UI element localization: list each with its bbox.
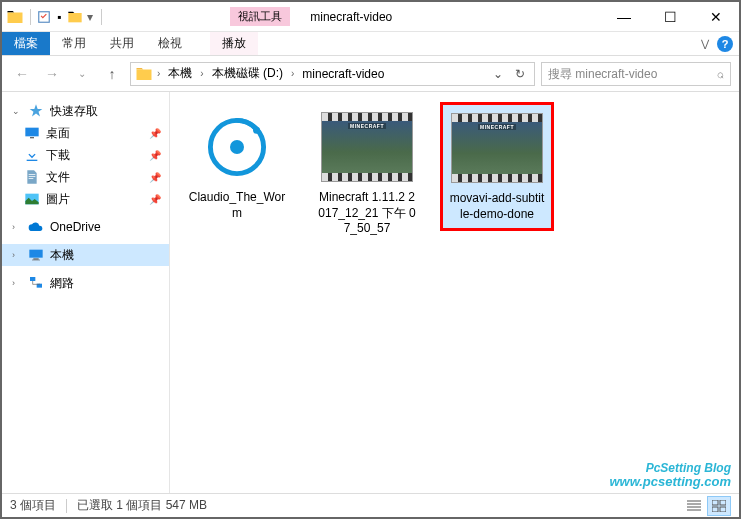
tab-share[interactable]: 共用 xyxy=(98,32,146,55)
icons-view-button[interactable] xyxy=(707,496,731,516)
details-view-button[interactable] xyxy=(682,496,706,516)
audio-thumbnail xyxy=(189,108,285,186)
pin-icon: 📌 xyxy=(149,128,161,139)
svg-point-11 xyxy=(230,140,244,154)
sidebar-quick-access[interactable]: ⌄ 快速存取 xyxy=(2,100,169,122)
context-tab-label: 視訊工具 xyxy=(230,7,290,26)
tab-view[interactable]: 檢視 xyxy=(146,32,194,55)
cloud-icon xyxy=(28,219,44,235)
sidebar-downloads[interactable]: 下載 📌 xyxy=(2,144,169,166)
star-icon xyxy=(28,103,44,119)
pin-icon: 📌 xyxy=(149,194,161,205)
title-bar: ▪ ▾ 視訊工具 minecraft-video — ☐ ✕ xyxy=(2,2,739,32)
file-name: Minecraft 1.11.2 2017_12_21 下午 07_50_57 xyxy=(316,188,418,239)
file-name: movavi-add-subtitle-demo-done xyxy=(447,189,547,224)
navigation-pane: ⌄ 快速存取 桌面 📌 下載 📌 文件 📌 圖片 xyxy=(2,92,170,493)
selection-info: 已選取 1 個項目 547 MB xyxy=(77,497,207,514)
chevron-right-icon[interactable]: › xyxy=(157,68,160,79)
address-bar: ← → ⌄ ↑ › 本機 › 本機磁碟 (D:) › minecraft-vid… xyxy=(2,56,739,92)
picture-icon xyxy=(24,191,40,207)
expand-ribbon-icon[interactable]: ⋁ xyxy=(701,38,709,49)
svg-point-12 xyxy=(253,127,260,134)
window-title: minecraft-video xyxy=(290,10,601,24)
chevron-right-icon[interactable]: › xyxy=(12,278,22,288)
svg-rect-3 xyxy=(27,160,38,161)
svg-rect-15 xyxy=(712,507,718,512)
sidebar-documents[interactable]: 文件 📌 xyxy=(2,166,169,188)
document-icon xyxy=(24,169,40,185)
maximize-button[interactable]: ☐ xyxy=(647,2,693,32)
tab-play[interactable]: 播放 xyxy=(210,32,258,55)
crumb-folder[interactable]: minecraft-video xyxy=(298,65,388,83)
new-folder-icon[interactable] xyxy=(67,9,83,25)
sidebar-onedrive[interactable]: › OneDrive xyxy=(2,216,169,238)
video-thumbnail: MINECRAFT xyxy=(449,109,545,187)
close-button[interactable]: ✕ xyxy=(693,2,739,32)
search-icon[interactable]: ⌕ xyxy=(717,67,724,81)
file-item-audio[interactable]: Claudio_The_Worm xyxy=(182,104,292,227)
chevron-right-icon[interactable]: › xyxy=(12,250,22,260)
file-name: Claudio_The_Worm xyxy=(186,188,288,223)
folder-icon xyxy=(6,8,24,26)
pin-icon: 📌 xyxy=(149,150,161,161)
chevron-down-icon[interactable]: ⌄ xyxy=(12,106,22,116)
item-count: 3 個項目 xyxy=(10,497,56,514)
status-bar: 3 個項目 已選取 1 個項目 547 MB xyxy=(2,493,739,517)
svg-rect-5 xyxy=(29,250,42,258)
sidebar-this-pc[interactable]: › 本機 xyxy=(2,244,169,266)
chevron-right-icon[interactable]: › xyxy=(200,68,203,79)
breadcrumb[interactable]: › 本機 › 本機磁碟 (D:) › minecraft-video ⌄ ↻ xyxy=(130,62,535,86)
search-input[interactable] xyxy=(548,67,713,81)
crumb-this-pc[interactable]: 本機 xyxy=(164,63,196,84)
minimize-button[interactable]: — xyxy=(601,2,647,32)
download-icon xyxy=(24,147,40,163)
address-dropdown-icon[interactable]: ⌄ xyxy=(488,64,508,84)
svg-rect-1 xyxy=(25,128,38,137)
pin-icon: 📌 xyxy=(149,172,161,183)
file-tab[interactable]: 檔案 xyxy=(2,32,50,55)
svg-rect-2 xyxy=(30,137,34,138)
file-list[interactable]: Claudio_The_Worm MINECRAFT Minecraft 1.1… xyxy=(170,92,739,493)
watermark: PcSetting Blog www.pcsetting.com xyxy=(609,462,731,489)
folder-icon xyxy=(135,65,153,83)
forward-button[interactable]: → xyxy=(40,62,64,86)
crumb-drive[interactable]: 本機磁碟 (D:) xyxy=(208,63,287,84)
recent-dropdown[interactable]: ⌄ xyxy=(70,62,94,86)
desktop-icon xyxy=(24,125,40,141)
video-thumbnail: MINECRAFT xyxy=(319,108,415,186)
file-item-video-selected[interactable]: MINECRAFT movavi-add-subtitle-demo-done xyxy=(442,104,552,229)
chevron-right-icon[interactable]: › xyxy=(12,222,22,232)
search-box[interactable]: ⌕ xyxy=(541,62,731,86)
file-item-video[interactable]: MINECRAFT Minecraft 1.11.2 2017_12_21 下午… xyxy=(312,104,422,243)
svg-rect-7 xyxy=(32,260,40,261)
refresh-icon[interactable]: ↻ xyxy=(510,64,530,84)
back-button[interactable]: ← xyxy=(10,62,34,86)
chevron-right-icon[interactable]: › xyxy=(291,68,294,79)
svg-rect-13 xyxy=(712,500,718,505)
svg-rect-8 xyxy=(30,277,35,281)
help-icon[interactable]: ? xyxy=(717,36,733,52)
computer-icon xyxy=(28,247,44,263)
ribbon: 檔案 常用 共用 檢視 播放 ⋁ ? xyxy=(2,32,739,56)
tab-home[interactable]: 常用 xyxy=(50,32,98,55)
sidebar-network[interactable]: › 網路 xyxy=(2,272,169,294)
quick-access-toolbar: ▪ ▾ xyxy=(2,8,110,26)
sidebar-pictures[interactable]: 圖片 📌 xyxy=(2,188,169,210)
properties-icon[interactable] xyxy=(37,10,51,24)
svg-rect-6 xyxy=(33,258,38,259)
sidebar-desktop[interactable]: 桌面 📌 xyxy=(2,122,169,144)
svg-rect-16 xyxy=(720,507,726,512)
svg-rect-14 xyxy=(720,500,726,505)
up-button[interactable]: ↑ xyxy=(100,62,124,86)
network-icon xyxy=(28,275,44,291)
